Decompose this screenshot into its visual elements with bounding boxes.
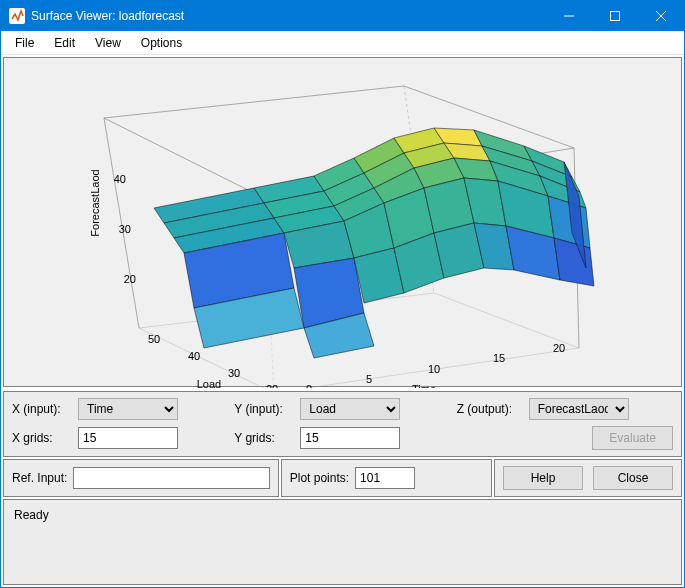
plotpoints-label: Plot points: <box>290 471 349 485</box>
y-tick: 0 <box>306 383 312 388</box>
zoutput-select[interactable]: ForecastLaod <box>529 398 629 420</box>
plotpoints-input[interactable] <box>355 467 415 489</box>
x-axis-label: Load <box>197 378 221 388</box>
x-tick: 30 <box>228 367 240 379</box>
menu-file[interactable]: File <box>5 33 44 53</box>
minimize-button[interactable] <box>546 1 592 31</box>
refinput-input[interactable] <box>73 467 269 489</box>
close-window-button[interactable] <box>638 1 684 31</box>
xgrids-input[interactable] <box>78 427 178 449</box>
menu-options[interactable]: Options <box>131 33 192 53</box>
z-axis-label: ForecastLaod <box>89 169 101 236</box>
y-tick: 10 <box>428 363 440 375</box>
zoutput-label: Z (output): <box>457 402 523 416</box>
titlebar[interactable]: Surface Viewer: loadforecast <box>1 1 684 31</box>
z-tick: 30 <box>119 223 131 235</box>
status-bar: Ready <box>3 499 682 585</box>
bottom-row: Ref. Input: Plot points: Help Close <box>3 459 682 497</box>
refinput-label: Ref. Input: <box>12 471 67 485</box>
xinput-label: X (input): <box>12 402 72 416</box>
window-title: Surface Viewer: loadforecast <box>31 9 546 23</box>
help-button[interactable]: Help <box>503 466 583 490</box>
y-tick: 15 <box>493 352 505 364</box>
x-tick: 40 <box>188 350 200 362</box>
ygrids-label: Y grids: <box>234 431 294 445</box>
xinput-select[interactable]: Time <box>78 398 178 420</box>
matlab-icon <box>9 8 25 24</box>
close-button[interactable]: Close <box>593 466 673 490</box>
svg-rect-2 <box>611 12 620 21</box>
surface-plot[interactable]: 40 30 20 ForecastLaod 50 40 30 20 Load 0… <box>3 57 682 387</box>
z-tick: 40 <box>114 173 126 185</box>
menubar: File Edit View Options <box>1 31 684 55</box>
x-tick: 20 <box>266 383 278 388</box>
maximize-button[interactable] <box>592 1 638 31</box>
z-tick: 20 <box>124 273 136 285</box>
yinput-select[interactable]: Load <box>300 398 400 420</box>
y-axis-label: Time <box>412 383 436 388</box>
evaluate-button[interactable]: Evaluate <box>592 426 673 450</box>
input-panel: X (input): Time Y (input): Load Z (outpu… <box>3 391 682 457</box>
window-controls <box>546 1 684 31</box>
menu-view[interactable]: View <box>85 33 131 53</box>
ygrids-input[interactable] <box>300 427 400 449</box>
x-tick: 50 <box>148 333 160 345</box>
yinput-label: Y (input): <box>234 402 294 416</box>
app-window: Surface Viewer: loadforecast File Edit V… <box>0 0 685 588</box>
y-tick: 5 <box>366 373 372 385</box>
xgrids-label: X grids: <box>12 431 72 445</box>
menu-edit[interactable]: Edit <box>44 33 85 53</box>
y-tick: 20 <box>553 342 565 354</box>
